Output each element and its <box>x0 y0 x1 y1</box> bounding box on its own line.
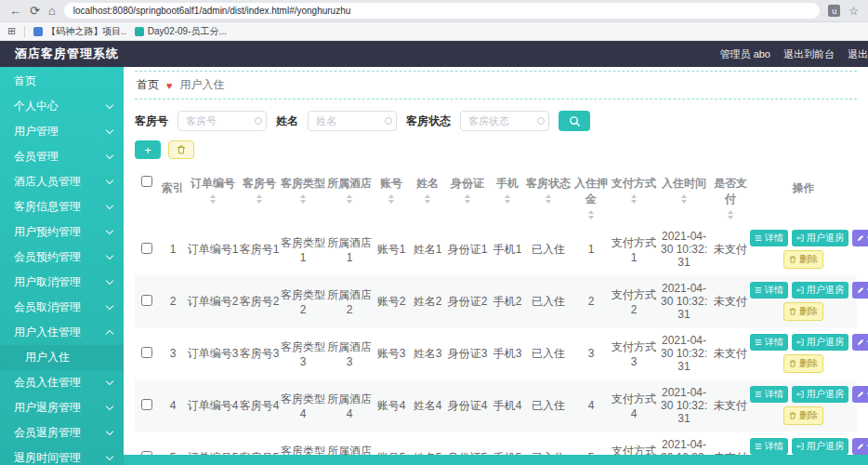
sidebar-item-15[interactable]: 退房时间管理 <box>0 445 124 465</box>
row-checkbox[interactable] <box>141 399 152 410</box>
sidebar-item-3[interactable]: 会员管理 <box>0 144 124 169</box>
sidebar-item-0[interactable]: 首页 <box>0 69 124 94</box>
detail-button[interactable]: 详情 <box>750 230 788 246</box>
sort-icons[interactable] <box>425 194 430 204</box>
sort-asc-icon[interactable] <box>631 194 637 198</box>
sort-asc-icon[interactable] <box>465 194 470 198</box>
column-header-pay_method[interactable]: 支付方式 <box>611 168 657 223</box>
detail-button[interactable]: 详情 <box>750 334 788 351</box>
sidebar-item-9[interactable]: 会员取消管理 <box>0 295 124 320</box>
batch-delete-button[interactable] <box>168 140 194 159</box>
sort-icons[interactable] <box>631 194 637 204</box>
column-header-order_no[interactable]: 订单编号 <box>187 168 239 223</box>
sort-icons[interactable] <box>728 210 733 219</box>
sort-desc-icon[interactable] <box>388 200 394 204</box>
sort-icons[interactable] <box>465 194 470 204</box>
sort-desc-icon[interactable] <box>425 200 430 204</box>
sort-asc-icon[interactable] <box>681 194 687 198</box>
bookmark-item[interactable]: 【码神之路】项目.. <box>33 25 126 38</box>
sidebar-item-4[interactable]: 酒店人员管理 <box>0 169 124 194</box>
edit-button[interactable]: 修改 <box>852 334 868 351</box>
sort-asc-icon[interactable] <box>256 194 262 198</box>
user-checkout-button[interactable]: 用户退房 <box>792 334 848 351</box>
sort-icons[interactable] <box>505 194 510 204</box>
column-header-paid[interactable]: 是否支付 <box>711 168 750 223</box>
edit-button[interactable]: 修改 <box>852 282 868 299</box>
row-checkbox[interactable] <box>141 347 152 358</box>
sort-asc-icon[interactable] <box>388 194 394 198</box>
sort-desc-icon[interactable] <box>546 200 551 204</box>
row-checkbox[interactable] <box>141 295 152 306</box>
name-input[interactable] <box>308 111 397 131</box>
user-checkout-button[interactable]: 用户退房 <box>792 386 848 403</box>
column-header-checkin_time[interactable]: 入住时间 <box>657 168 711 223</box>
row-checkbox[interactable] <box>141 243 152 254</box>
sidebar-item-5[interactable]: 客房信息管理 <box>0 194 124 219</box>
sidebar-item-14[interactable]: 会员退房管理 <box>0 420 124 445</box>
sort-desc-icon[interactable] <box>210 200 216 204</box>
extension-icon[interactable]: u <box>828 5 840 17</box>
user-checkout-button[interactable]: 用户退房 <box>792 230 848 246</box>
sort-icons[interactable] <box>588 210 594 219</box>
sort-asc-icon[interactable] <box>347 194 352 198</box>
delete-button[interactable]: 删除 <box>783 406 823 425</box>
sort-desc-icon[interactable] <box>347 200 352 204</box>
column-header-hotel[interactable]: 所属酒店 <box>326 168 373 223</box>
sort-desc-icon[interactable] <box>465 200 470 204</box>
column-header-account[interactable]: 账号 <box>373 168 410 223</box>
column-header-name[interactable]: 姓名 <box>410 168 445 223</box>
sort-icons[interactable] <box>210 194 216 204</box>
exit-to-front-link[interactable]: 退出到前台 <box>783 47 835 61</box>
sort-desc-icon[interactable] <box>681 200 687 204</box>
column-header-id_card[interactable]: 身份证 <box>445 168 490 223</box>
sidebar-item-11[interactable]: 用户入住 <box>0 345 124 370</box>
home-icon[interactable]: ⌂ <box>48 5 56 17</box>
sort-asc-icon[interactable] <box>425 194 430 198</box>
edit-button[interactable]: 修改 <box>852 230 868 246</box>
bookmark-item[interactable]: Day02-09-员工分... <box>135 25 227 38</box>
sidebar-item-7[interactable]: 会员预约管理 <box>0 245 124 270</box>
back-icon[interactable]: ← <box>9 5 21 17</box>
sort-desc-icon[interactable] <box>588 216 594 219</box>
detail-button[interactable]: 详情 <box>750 438 788 455</box>
column-header-phone[interactable]: 手机 <box>490 168 525 223</box>
sort-desc-icon[interactable] <box>505 200 510 204</box>
sidebar-item-2[interactable]: 用户管理 <box>0 119 124 144</box>
sort-asc-icon[interactable] <box>300 194 306 198</box>
sidebar-item-1[interactable]: 个人中心 <box>0 94 124 119</box>
select-all-checkbox[interactable] <box>141 176 152 187</box>
sort-asc-icon[interactable] <box>546 194 551 198</box>
sort-asc-icon[interactable] <box>588 210 594 214</box>
breadcrumb-home[interactable]: 首页 <box>137 77 159 93</box>
sidebar-item-8[interactable]: 用户取消管理 <box>0 270 124 295</box>
edit-button[interactable]: 修改 <box>852 386 868 403</box>
edit-button[interactable]: 修改 <box>852 438 868 455</box>
user-checkout-button[interactable]: 用户退房 <box>792 438 848 455</box>
sort-asc-icon[interactable] <box>505 194 510 198</box>
url-bar[interactable]: localhost:8080/springboot6alf1/admin/dis… <box>64 3 820 19</box>
search-button[interactable] <box>559 111 590 131</box>
sort-asc-icon[interactable] <box>728 210 733 214</box>
room-number-input[interactable] <box>178 111 267 131</box>
sort-icons[interactable] <box>300 194 306 204</box>
user-checkout-button[interactable]: 用户退房 <box>792 282 848 299</box>
column-header-deposit[interactable]: 入住押金 <box>572 168 611 223</box>
sidebar-item-13[interactable]: 用户退房管理 <box>0 395 124 420</box>
sort-asc-icon[interactable] <box>210 194 216 198</box>
logout-link[interactable]: 退出登录 <box>848 47 868 61</box>
detail-button[interactable]: 详情 <box>750 282 788 299</box>
sort-icons[interactable] <box>347 194 352 204</box>
column-header-room_status[interactable]: 客房状态 <box>525 168 572 223</box>
refresh-icon[interactable]: ⟳ <box>30 5 40 17</box>
column-header-room_no[interactable]: 客房号 <box>239 168 280 223</box>
delete-button[interactable]: 删除 <box>783 250 823 269</box>
sort-desc-icon[interactable] <box>256 200 262 204</box>
column-header-room_type[interactable]: 客房类型 <box>280 168 326 223</box>
room-status-input[interactable] <box>460 111 549 131</box>
detail-button[interactable]: 详情 <box>750 386 788 403</box>
sort-icons[interactable] <box>388 194 394 204</box>
sort-desc-icon[interactable] <box>728 216 733 219</box>
sort-desc-icon[interactable] <box>300 200 306 204</box>
delete-button[interactable]: 删除 <box>783 302 823 321</box>
sidebar-item-6[interactable]: 用户预约管理 <box>0 219 124 245</box>
